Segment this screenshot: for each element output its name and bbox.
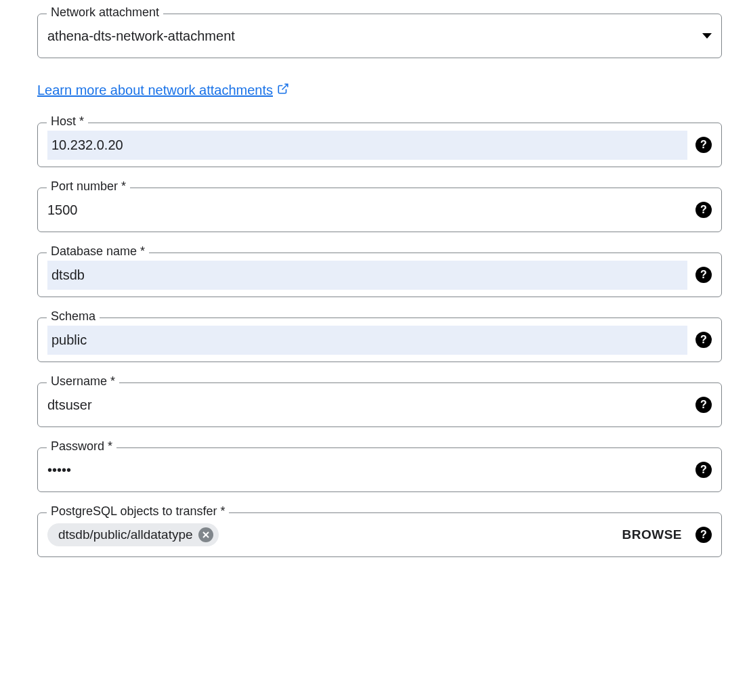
- help-icon[interactable]: ?: [696, 202, 712, 218]
- port-number-label: Port number *: [47, 179, 130, 194]
- help-icon[interactable]: ?: [696, 137, 712, 153]
- password-label: Password *: [47, 439, 116, 454]
- schema-input[interactable]: [47, 326, 687, 355]
- help-icon[interactable]: ?: [696, 397, 712, 413]
- chip-container: dtsdb/public/alldatatype: [47, 514, 622, 556]
- browse-button[interactable]: BROWSE: [622, 527, 683, 542]
- close-icon[interactable]: [198, 527, 213, 542]
- learn-more-text: Learn more about network attachments: [37, 83, 273, 98]
- help-icon[interactable]: ?: [696, 267, 712, 283]
- host-label: Host *: [47, 114, 88, 129]
- chip-text: dtsdb/public/alldatatype: [58, 527, 193, 542]
- username-field: Username * ?: [37, 382, 722, 427]
- objects-to-transfer-field: PostgreSQL objects to transfer * dtsdb/p…: [37, 512, 722, 557]
- host-input[interactable]: [47, 131, 687, 160]
- learn-more-link[interactable]: Learn more about network attachments: [37, 83, 289, 98]
- help-icon[interactable]: ?: [696, 527, 712, 543]
- database-name-field: Database name * ?: [37, 253, 722, 297]
- chevron-down-icon: [702, 33, 712, 39]
- object-chip[interactable]: dtsdb/public/alldatatype: [47, 523, 219, 546]
- help-icon[interactable]: ?: [696, 332, 712, 348]
- password-input[interactable]: [47, 450, 687, 490]
- password-field: Password * ?: [37, 447, 722, 492]
- objects-to-transfer-label: PostgreSQL objects to transfer *: [47, 504, 229, 519]
- port-number-input[interactable]: [47, 190, 687, 230]
- svg-line-0: [282, 84, 287, 89]
- external-link-icon: [277, 83, 289, 98]
- network-attachment-value: athena-dts-network-attachment: [47, 16, 696, 56]
- schema-label: Schema: [47, 309, 100, 324]
- network-attachment-select[interactable]: athena-dts-network-attachment: [37, 14, 722, 58]
- schema-field: Schema ?: [37, 318, 722, 362]
- help-icon[interactable]: ?: [696, 462, 712, 478]
- network-attachment-field: Network attachment athena-dts-network-at…: [37, 14, 722, 58]
- username-input[interactable]: [47, 385, 687, 425]
- network-attachment-label: Network attachment: [47, 5, 163, 20]
- host-field: Host * ?: [37, 123, 722, 167]
- port-number-field: Port number * ?: [37, 188, 722, 232]
- database-name-label: Database name *: [47, 244, 149, 259]
- username-label: Username *: [47, 374, 119, 389]
- database-name-input[interactable]: [47, 261, 687, 290]
